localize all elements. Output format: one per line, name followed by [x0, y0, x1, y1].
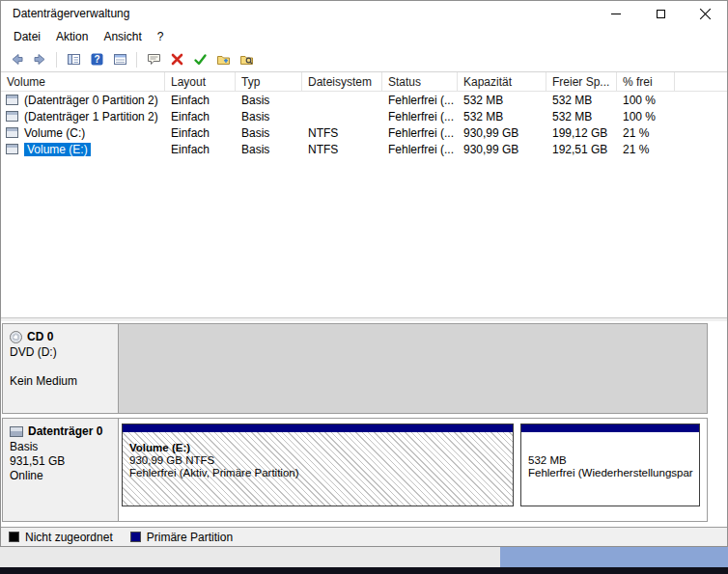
- cell-prozent-frei: 21 %: [617, 126, 675, 140]
- cell-status: Fehlerfrei (...: [382, 94, 458, 107]
- title-bar: Datenträgerverwaltung: [1, 1, 727, 26]
- cell-prozent-frei: 100 %: [617, 110, 675, 123]
- disk-0-panel[interactable]: Datenträger 0 Basis 931,51 GB Online: [3, 419, 119, 521]
- taskbar-sliver: [0, 567, 728, 574]
- cell-freier-speicherplatz: 532 MB: [546, 110, 617, 123]
- window-controls: [594, 1, 727, 26]
- partition-label: [528, 442, 693, 454]
- forward-button[interactable]: [28, 49, 51, 70]
- cell-prozent-frei: 100 %: [617, 94, 675, 107]
- close-button[interactable]: [683, 1, 727, 26]
- cell-freier-speicherplatz: 532 MB: [546, 94, 617, 107]
- column-header-typ[interactable]: Typ: [236, 72, 302, 91]
- volume-list: Volume Layout Typ Dateisystem Status Kap…: [1, 72, 727, 317]
- back-button[interactable]: [5, 49, 28, 70]
- volume-list-header: Volume Layout Typ Dateisystem Status Kap…: [1, 72, 727, 92]
- menu-hilfe[interactable]: ?: [150, 28, 172, 45]
- column-header-freier-speicherplatz[interactable]: Freier Sp...: [546, 72, 617, 91]
- background-window-edge: [500, 547, 728, 567]
- console-tree-icon: [66, 51, 82, 68]
- column-header-kapazitaet[interactable]: Kapazität: [458, 72, 546, 91]
- column-header-layout[interactable]: Layout: [165, 72, 236, 91]
- delete-x-icon: [169, 51, 185, 68]
- graphical-view: CD 0 DVD (D:) Kein Medium Datenträger 0 …: [1, 321, 727, 527]
- table-row[interactable]: Volume (C:) Einfach Basis NTFS Fehlerfre…: [1, 124, 727, 141]
- column-header-filler: [675, 72, 727, 91]
- menu-aktion[interactable]: Aktion: [48, 28, 96, 45]
- cell-kapazitaet: 532 MB: [458, 110, 546, 123]
- disk-0-partitions: Volume (E:) 930,99 GB NTFS Fehlerfrei (A…: [119, 419, 707, 521]
- cd-title: CD 0: [27, 330, 53, 344]
- table-row[interactable]: (Datenträger 1 Partition 2) Einfach Basi…: [1, 108, 727, 124]
- volume-icon: [6, 95, 18, 105]
- cell-prozent-frei: 21 %: [617, 143, 675, 156]
- hard-disk-icon: [10, 426, 23, 437]
- cell-layout: Einfach: [165, 126, 236, 140]
- column-header-status[interactable]: Status: [382, 72, 458, 91]
- folder-explore-icon: [238, 51, 255, 68]
- partition-recovery[interactable]: 532 MB Fehlerfrei (Wiederherstellungspar: [520, 424, 700, 506]
- cd-icon: [10, 331, 22, 343]
- volume-icon: [6, 144, 18, 154]
- show-console-tree-button[interactable]: [62, 49, 85, 70]
- window-title: Datenträgerverwaltung: [1, 7, 129, 20]
- delete-volume-button[interactable]: [165, 49, 188, 70]
- cell-status: Fehlerfrei (...: [382, 143, 458, 156]
- maximize-button[interactable]: [638, 1, 683, 26]
- toolbar-separator: [136, 52, 137, 68]
- disk-title: Datenträger 0: [28, 424, 102, 439]
- disk-0-row: Datenträger 0 Basis 931,51 GB Online Vol…: [2, 418, 708, 522]
- volume-name: Volume (C:): [24, 126, 85, 140]
- column-header-volume[interactable]: Volume: [1, 72, 165, 91]
- column-header-dateisystem[interactable]: Dateisystem: [302, 72, 382, 91]
- legend-label: Nicht zugeordnet: [25, 531, 113, 544]
- minimize-icon: [611, 14, 621, 14]
- cell-typ: Basis: [236, 110, 302, 123]
- cell-status: Fehlerfrei (...: [382, 126, 458, 140]
- forward-arrow-icon: [32, 51, 48, 68]
- toolbar-separator: [56, 52, 57, 68]
- properties-button[interactable]: [108, 49, 131, 70]
- menu-bar: Datei Aktion Ansicht ?: [1, 26, 727, 47]
- table-row-selected[interactable]: Volume (E:) Einfach Basis NTFS Fehlerfre…: [1, 141, 727, 157]
- screen: Datenträgerverwaltung Datei Aktion Ansic…: [0, 0, 728, 574]
- partition-volume-e[interactable]: Volume (E:) 930,99 GB NTFS Fehlerfrei (A…: [122, 424, 514, 506]
- cd-media-status: Kein Medium: [10, 374, 111, 389]
- toolbar: ?: [1, 47, 727, 72]
- minimize-button[interactable]: [594, 1, 638, 26]
- column-header-prozent-frei[interactable]: % frei: [617, 72, 675, 91]
- context-help-button[interactable]: [142, 49, 165, 70]
- volume-name: (Datenträger 1 Partition 2): [24, 110, 158, 123]
- partition-size-fs: 532 MB: [528, 454, 693, 467]
- help-button[interactable]: ?: [85, 49, 108, 70]
- cd-drive-letter: DVD (D:): [10, 345, 111, 360]
- partition-status: Fehlerfrei (Wiederherstellungspar: [528, 467, 693, 479]
- unallocated-swatch: [9, 532, 19, 542]
- cell-typ: Basis: [236, 126, 302, 140]
- cell-freier-speicherplatz: 199,12 GB: [546, 126, 617, 140]
- maximize-icon: [657, 10, 665, 18]
- open-button[interactable]: [211, 49, 235, 70]
- cell-layout: Einfach: [165, 110, 236, 123]
- cd-drive-panel[interactable]: CD 0 DVD (D:) Kein Medium: [3, 324, 119, 413]
- cell-layout: Einfach: [165, 94, 236, 107]
- primary-partition-stripe: [521, 424, 699, 432]
- partition-label: Volume (E:): [129, 442, 507, 454]
- legend-item-primary-partition: Primäre Partition: [130, 531, 233, 544]
- cell-layout: Einfach: [165, 143, 236, 156]
- folder-open-icon: [215, 51, 232, 68]
- primary-partition-stripe: [123, 424, 513, 432]
- legend-label: Primäre Partition: [147, 531, 233, 544]
- table-row[interactable]: (Datenträger 0 Partition 2) Einfach Basi…: [1, 92, 727, 108]
- partition-status: Fehlerfrei (Aktiv, Primäre Partition): [129, 467, 507, 479]
- legend-bar: Nicht zugeordnet Primäre Partition: [1, 527, 727, 546]
- cd-media-area[interactable]: [119, 324, 707, 413]
- mark-active-button[interactable]: [188, 49, 211, 70]
- cell-kapazitaet: 532 MB: [458, 94, 546, 107]
- explore-button[interactable]: [235, 49, 258, 70]
- volume-name-selected: Volume (E:): [24, 143, 91, 156]
- menu-ansicht[interactable]: Ansicht: [96, 28, 149, 45]
- help-icon: ?: [89, 51, 105, 68]
- menu-datei[interactable]: Datei: [6, 28, 48, 45]
- partition-size-fs: 930,99 GB NTFS: [129, 454, 507, 467]
